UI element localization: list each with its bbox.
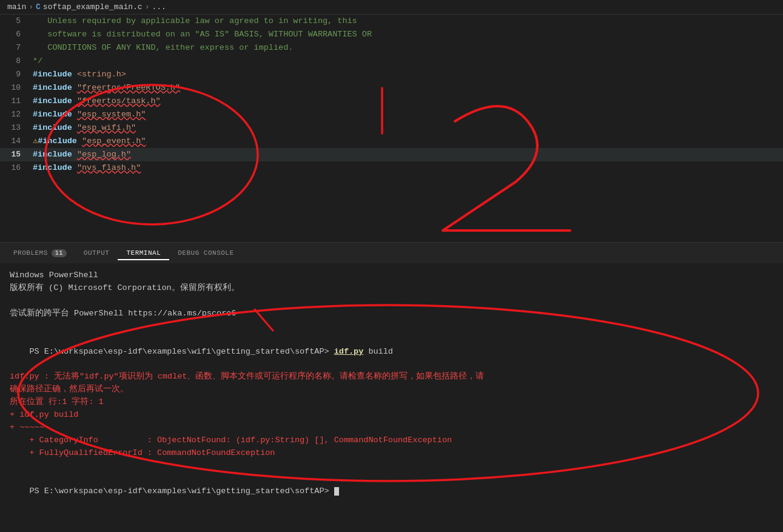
tab-problems[interactable]: PROBLEMS 11 (5, 246, 75, 261)
breadcrumb-ellipsis[interactable]: ... (152, 2, 166, 12)
code-line-9: 9 #include <string.h> (0, 68, 783, 81)
terminal-prompt1: PS E:\workspace\esp-idf\examples\wifi\ge… (29, 347, 334, 356)
terminal-error-1: idf.py : 无法将"idf.py"项识别为 cmdlet、函数、脚本文件或… (10, 371, 773, 383)
terminal-error-5: + ~~~~~~ (10, 422, 773, 434)
line-num-16: 16 (0, 161, 30, 175)
line-content-11: #include "freertos/task.h" (30, 95, 783, 108)
breadcrumb-sep1: › (29, 2, 33, 12)
terminal-error-7: + FullyQualifiedErrorId : CommandNotFoun… (10, 447, 773, 460)
line-content-6: software is distributed on an "AS IS" BA… (30, 28, 783, 41)
tab-output[interactable]: OUTPUT (75, 246, 118, 260)
code-line-11: 11 #include "freertos/task.h" (0, 95, 783, 108)
line-content-5: Unless required by applicable law or agr… (30, 15, 783, 28)
terminal-blank2 (10, 320, 773, 333)
terminal-prompt2: PS E:\workspace\esp-idf\examples\wifi\ge… (29, 487, 334, 496)
line-content-16: #include "nvs_flash.h" (30, 161, 783, 175)
line-num-9: 9 (0, 68, 30, 81)
tab-terminal-label: TERMINAL (126, 249, 161, 257)
terminal-new-shell: 尝试新的跨平台 PowerShell https://aka.ms/pscore… (10, 308, 773, 320)
terminal-cmd-line: PS E:\workspace\esp-idf\examples\wifi\ge… (10, 333, 773, 371)
terminal-shell-name: Windows PowerShell (10, 269, 773, 282)
code-line-6: 6 software is distributed on an "AS IS" … (0, 28, 783, 41)
line-content-7: CONDITIONS OF ANY KIND, either express o… (30, 41, 783, 55)
terminal-panel[interactable]: Windows PowerShell 版权所有 (C) Microsoft Co… (0, 263, 783, 530)
line-content-8: */ (30, 55, 783, 68)
tab-problems-label: PROBLEMS (13, 249, 48, 257)
tab-terminal[interactable]: TERMINAL (118, 246, 169, 260)
terminal-blank3 (10, 460, 773, 473)
line-num-5: 5 (0, 15, 30, 28)
code-line-16: 16 #include "nvs_flash.h" (0, 161, 783, 175)
line-num-10: 10 (0, 81, 30, 95)
line-num-12: 12 (0, 108, 30, 121)
code-editor: 5 Unless required by applicable law or a… (0, 15, 783, 242)
line-content-13: #include "esp_wifi.h" (30, 121, 783, 135)
line-content-9: #include <string.h> (30, 68, 783, 81)
terminal-prompt2-line: PS E:\workspace\esp-idf\examples\wifi\ge… (10, 473, 773, 511)
breadcrumb-main[interactable]: main (7, 2, 26, 12)
code-line-8: 8 */ (0, 55, 783, 68)
line-num-6: 6 (0, 28, 30, 41)
line-content-10: #include "freertos/FreeRTOS.h" (30, 81, 783, 95)
code-line-7: 7 CONDITIONS OF ANY KIND, either express… (0, 41, 783, 55)
terminal-error-2: 确保路径正确，然后再试一次。 (10, 383, 773, 396)
line-content-15: #include "esp_log.h" (30, 148, 783, 161)
line-num-13: 13 (0, 121, 30, 135)
terminal-error-4: + idf.py build (10, 409, 773, 422)
code-line-13: 13 #include "esp_wifi.h" (0, 121, 783, 135)
line-content-12: #include "esp_system.h" (30, 108, 783, 121)
terminal-command1: idf.py (334, 347, 364, 356)
breadcrumb: main › C softap_example_main.c › ... (0, 0, 783, 15)
code-line-12: 12 #include "esp_system.h" (0, 108, 783, 121)
tab-debug-label: DEBUG CONSOLE (178, 249, 234, 257)
line-num-8: 8 (0, 55, 30, 68)
terminal-copyright: 版权所有 (C) Microsoft Corporation。保留所有权利。 (10, 282, 773, 295)
tab-debug[interactable]: DEBUG CONSOLE (169, 246, 242, 260)
line-num-15: 15 (0, 148, 30, 161)
problems-badge: 11 (52, 249, 67, 257)
breadcrumb-lang: C (36, 2, 41, 12)
line-num-11: 11 (0, 95, 30, 108)
breadcrumb-file[interactable]: softap_example_main.c (43, 2, 143, 12)
code-line-10: 10 #include "freertos/FreeRTOS.h" (0, 81, 783, 95)
line-content-14: ⚠#include "esp_event.h" (30, 135, 783, 148)
tab-output-label: OUTPUT (84, 249, 110, 257)
terminal-cmd-args: build (363, 347, 393, 356)
line-num-14: 14 (0, 135, 30, 148)
terminal-cursor (334, 487, 339, 496)
code-line-5: 5 Unless required by applicable law or a… (0, 15, 783, 28)
terminal-error-6: + CategoryInfo : ObjectNotFound: (idf.py… (10, 434, 773, 447)
panel-tabs: PROBLEMS 11 OUTPUT TERMINAL DEBUG CONSOL… (0, 242, 783, 263)
terminal-blank1 (10, 295, 773, 308)
code-line-15: 15 #include "esp_log.h" (0, 148, 783, 161)
line-num-7: 7 (0, 41, 30, 55)
breadcrumb-sep2: › (145, 2, 150, 12)
code-line-14: 14 ⚠#include "esp_event.h" (0, 135, 783, 148)
terminal-error-3: 所在位置 行:1 字符: 1 (10, 396, 773, 409)
